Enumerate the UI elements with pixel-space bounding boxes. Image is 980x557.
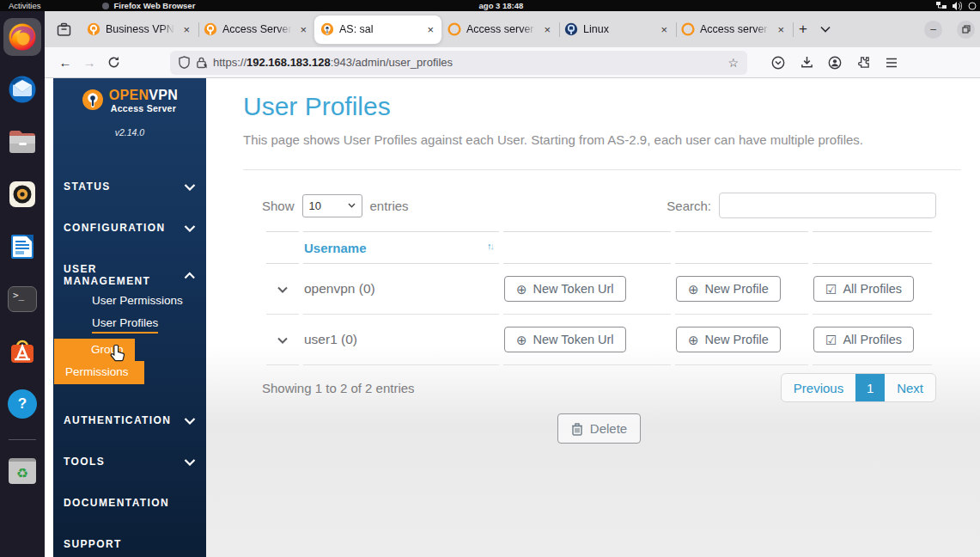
- openvpn-sidebar: OPENVPN Access Server v2.14.0 STATUS CON…: [53, 78, 206, 557]
- sidebar-item-user-profiles[interactable]: User Profiles: [92, 316, 158, 334]
- tab-close-icon[interactable]: ×: [776, 23, 786, 36]
- forward-button[interactable]: →: [77, 51, 101, 75]
- tab-linux[interactable]: Linux ×: [558, 15, 675, 44]
- version-label: v2.14.0: [53, 127, 206, 138]
- sidebar-item-documentation[interactable]: DOCUMENTATION: [64, 497, 196, 509]
- all-profiles-cell: ☑ All Profiles: [813, 315, 932, 365]
- hamburger-icon: [886, 58, 898, 68]
- sidebar-item-user-management[interactable]: USER MANAGEMENT: [64, 263, 196, 287]
- tab-close-icon[interactable]: ×: [659, 23, 669, 36]
- tab-access-server-3[interactable]: Access server ×: [675, 15, 792, 44]
- minimize-button[interactable]: –: [924, 21, 942, 39]
- pagination-next[interactable]: Next: [885, 374, 935, 401]
- dock: >_ ? ♻: [0, 11, 45, 557]
- divider: [243, 169, 961, 170]
- tab-access-server-2[interactable]: Access server ×: [441, 15, 558, 44]
- dock-terminal[interactable]: >_: [3, 280, 41, 318]
- sidebar-item-group-permissions[interactable]: Group Permissions: [54, 339, 144, 384]
- search-input[interactable]: [719, 193, 936, 218]
- dock-firefox[interactable]: [3, 18, 41, 56]
- tab-access-server-1[interactable]: Access Server ×: [198, 15, 314, 44]
- firefox-view-button[interactable]: [53, 19, 74, 40]
- chevron-down-icon: [348, 203, 356, 208]
- profile-cell: ⊕ New Profile: [675, 264, 808, 315]
- new-profile-button[interactable]: ⊕ New Profile: [676, 276, 781, 302]
- dock-trash[interactable]: ♻: [3, 452, 41, 490]
- new-tab-button[interactable]: +: [792, 18, 814, 40]
- table-footer: Showing 1 to 2 of 2 entries Previous 1 N…: [262, 373, 936, 402]
- entries-summary: Showing 1 to 2 of 2 entries: [262, 381, 415, 395]
- delete-button[interactable]: Delete: [557, 413, 641, 444]
- firefox-icon: [7, 21, 38, 52]
- sidebar-item-support[interactable]: SUPPORT: [64, 538, 196, 550]
- extensions-button[interactable]: [851, 51, 875, 75]
- sidebar-item-status[interactable]: STATUS: [64, 181, 196, 193]
- entries-select[interactable]: 10: [302, 194, 362, 217]
- tab-business-vpn[interactable]: Business VPN ×: [81, 15, 198, 44]
- token-cell: ⊕ New Token Url: [503, 264, 671, 315]
- list-all-tabs-button[interactable]: [814, 18, 837, 40]
- sidebar-item-user-permissions[interactable]: User Permissions: [92, 294, 183, 307]
- url-bar[interactable]: https://192.168.183.128:943/admin/user_p…: [170, 51, 747, 75]
- restore-button[interactable]: [957, 21, 975, 39]
- tab-close-icon[interactable]: ×: [298, 23, 308, 36]
- firefox-view-icon: [57, 22, 71, 37]
- tab-close-icon[interactable]: ×: [542, 23, 552, 36]
- activities-button[interactable]: Activities: [0, 1, 49, 10]
- restore-icon: [962, 25, 971, 34]
- navigation-toolbar: ← → https://192.168.183.128:943/admin/us…: [45, 47, 980, 78]
- focused-app-menu[interactable]: Firefox Web Browser: [102, 1, 195, 10]
- toolbar-buttons: [766, 51, 904, 75]
- pocket-button[interactable]: [766, 51, 790, 75]
- chevron-down-icon: [820, 26, 831, 33]
- openvpn-favicon: [320, 22, 334, 36]
- account-button[interactable]: [823, 51, 847, 75]
- all-profiles-button[interactable]: ☑ All Profiles: [813, 276, 914, 302]
- new-profile-button[interactable]: ⊕ New Profile: [676, 327, 781, 352]
- all-profiles-button[interactable]: ☑ All Profiles: [813, 327, 914, 352]
- dock-divider: [9, 439, 36, 440]
- lock-insecure-icon[interactable]: [196, 56, 207, 69]
- reload-button[interactable]: [101, 51, 125, 75]
- openvpn-logo[interactable]: OPENVPN Access Server: [53, 89, 206, 113]
- dock-libreoffice-writer[interactable]: [3, 228, 41, 266]
- back-button[interactable]: ←: [53, 51, 77, 75]
- shield-icon[interactable]: [179, 56, 190, 69]
- sidebar-item-label: SUPPORT: [64, 538, 122, 550]
- pagination-page-1[interactable]: 1: [855, 374, 885, 401]
- table-row: openvpn (0) ⊕ New Token Url ⊕: [266, 264, 932, 315]
- new-token-url-button[interactable]: ⊕ New Token Url: [504, 276, 626, 302]
- logo-text: OPENVPN Access Server: [109, 89, 178, 113]
- tab-close-icon[interactable]: ×: [425, 23, 435, 36]
- sidebar-item-configuration[interactable]: CONFIGURATION: [64, 222, 196, 234]
- sidebar-item-tools[interactable]: TOOLS: [64, 456, 196, 468]
- dock-ubuntu-software[interactable]: [3, 333, 41, 370]
- dock-files[interactable]: [3, 123, 41, 161]
- button-label: New Profile: [705, 333, 769, 346]
- plus-circle-icon: ⊕: [516, 334, 527, 346]
- system-tray[interactable]: [936, 0, 977, 11]
- sidebar-item-label: TOOLS: [64, 456, 105, 468]
- dock-rhythmbox[interactable]: [3, 175, 41, 213]
- row-expander[interactable]: [266, 264, 299, 315]
- new-token-url-button[interactable]: ⊕ New Token Url: [504, 327, 626, 352]
- pagination-previous[interactable]: Previous: [782, 374, 855, 401]
- username-column-header[interactable]: Username ↑↓: [303, 231, 499, 264]
- sort-icons[interactable]: ↑↓: [487, 241, 493, 251]
- row-expander[interactable]: [266, 315, 299, 365]
- bookmark-star-icon[interactable]: ☆: [727, 56, 739, 70]
- checkbox-icon: ☑: [825, 283, 837, 296]
- dock-help[interactable]: ?: [3, 385, 41, 423]
- menu-button[interactable]: [880, 51, 904, 75]
- firefox-window: Business VPN × Access Server × AS: sal ×…: [45, 11, 980, 557]
- chevron-down-icon: [184, 183, 196, 191]
- plus-circle-icon: ⊕: [688, 283, 699, 296]
- plus-circle-icon: ⊕: [516, 283, 527, 296]
- tab-close-icon[interactable]: ×: [181, 23, 192, 36]
- clock[interactable]: ago 3 18:48: [479, 1, 524, 10]
- logo-subtitle: Access Server: [109, 104, 178, 113]
- tab-as-sal-active[interactable]: AS: sal ×: [314, 15, 441, 44]
- sidebar-item-authentication[interactable]: AUTHENTICATION: [64, 414, 196, 426]
- dock-thunderbird[interactable]: [3, 70, 41, 108]
- downloads-button[interactable]: [794, 51, 819, 75]
